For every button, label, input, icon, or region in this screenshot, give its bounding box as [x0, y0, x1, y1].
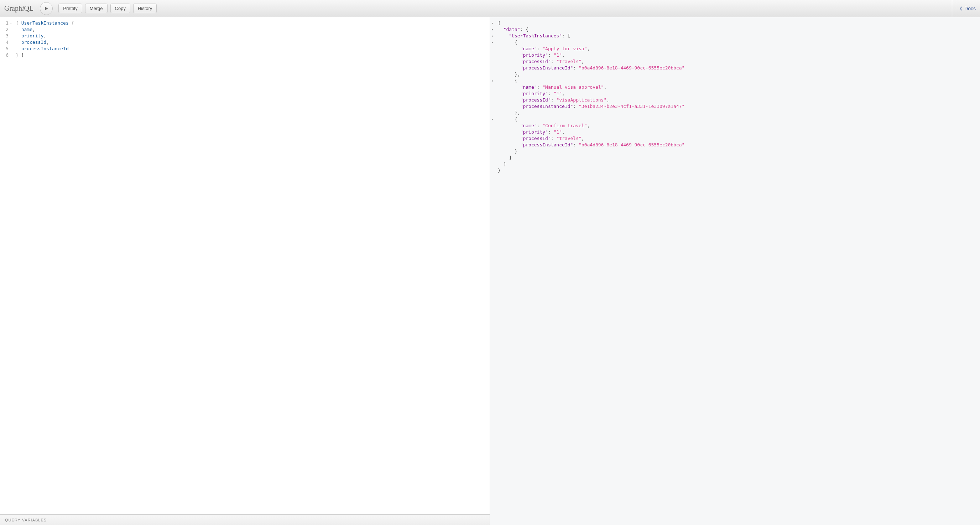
- divider: [952, 0, 952, 17]
- play-icon: [44, 6, 49, 11]
- merge-button[interactable]: Merge: [85, 3, 108, 13]
- main-area: 1 2 3 4 5 6 ▾ { UserTaskInstances { name…: [0, 17, 980, 525]
- editor-pane: 1 2 3 4 5 6 ▾ { UserTaskInstances { name…: [0, 17, 490, 525]
- query-code[interactable]: { UserTaskInstances { name, priority, pr…: [14, 17, 490, 514]
- line-gutter: 1 2 3 4 5 6: [0, 17, 10, 514]
- fold-toggle[interactable]: ▾: [492, 26, 494, 33]
- fold-toggle[interactable]: ▾: [492, 33, 494, 39]
- fold-toggle[interactable]: ▾: [492, 116, 494, 123]
- variables-label: Query Variables: [5, 518, 47, 522]
- prettify-button[interactable]: Prettify: [59, 3, 82, 13]
- result-json[interactable]: { "data": { "UserTaskInstances": [ { "na…: [495, 17, 980, 525]
- result-pane: ▾ ▾ ▾ ▾ ▾ ▾ { "data": { "UserTaskInstanc…: [490, 17, 980, 525]
- fold-gutter: ▾: [10, 17, 14, 514]
- fold-toggle[interactable]: ▾: [10, 20, 13, 26]
- result-fold-gutter: ▾ ▾ ▾ ▾ ▾ ▾: [490, 17, 495, 525]
- fold-toggle[interactable]: ▾: [492, 20, 494, 26]
- history-button[interactable]: History: [133, 3, 157, 13]
- docs-button[interactable]: Docs: [959, 6, 976, 11]
- query-variables-bar[interactable]: Query Variables: [0, 514, 490, 525]
- query-editor[interactable]: 1 2 3 4 5 6 ▾ { UserTaskInstances { name…: [0, 17, 490, 514]
- fold-toggle[interactable]: ▾: [492, 39, 494, 46]
- copy-button[interactable]: Copy: [110, 3, 130, 13]
- chevron-left-icon: [959, 6, 963, 11]
- toolbar: GraphiQL Prettify Merge Copy History Doc…: [0, 0, 980, 17]
- graphiql-logo: GraphiQL: [4, 4, 33, 13]
- fold-toggle[interactable]: ▾: [492, 78, 494, 84]
- execute-button[interactable]: [40, 2, 53, 15]
- docs-label: Docs: [964, 6, 976, 11]
